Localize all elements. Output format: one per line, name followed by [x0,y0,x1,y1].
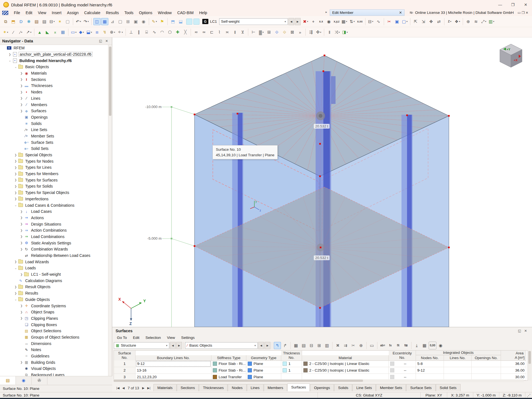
tree-expander-icon[interactable]: ❯ [19,97,24,100]
tree-expander-icon[interactable]: ⌄ [13,298,18,301]
tree-expander-icon[interactable]: ❯ [19,361,24,364]
status-plane[interactable]: Plane: XY [420,392,447,398]
distribute-icon[interactable]: ≃ [200,29,208,36]
pager-first-button[interactable]: |◀ [115,386,121,390]
flag-icon[interactable]: ⚑ [158,18,166,25]
hatch-icon[interactable]: ▓▾ [258,29,265,36]
tree-item-static-analysis-settings[interactable]: ❯⚙Static Analysis Settings [0,240,109,246]
new-object-icon[interactable]: ✶ [56,18,63,25]
new-line-icon[interactable]: ∕ [10,29,17,36]
new-surface-icon[interactable]: ▭▾ [70,29,77,36]
tree-item-lc1-self-weight[interactable]: ❯LC1 - Self-weight [0,271,109,278]
render-mode-icon[interactable]: ◉ [140,18,147,25]
cell-material[interactable]: 2 - C25/30 | Isotropic | Linear Elastic [302,367,389,374]
tree-item-types-for-surfaces[interactable]: ❯Types for Surfaces [0,177,109,183]
new-load-icon[interactable]: ↯ [101,29,108,36]
surfaces-menu-go-to[interactable]: Go To [114,335,130,340]
tree-item-members[interactable]: ❯∕Members [0,101,109,108]
column-header-8[interactable]: Lines No. [444,355,472,361]
navigator-scrollbar[interactable] [108,45,112,382]
cell-thickness-no[interactable]: 1 [281,367,302,374]
table-tab-surface-sets[interactable]: Surface Sets [406,384,435,391]
tree-item-dimensions[interactable]: ↔Dimensions [0,340,109,347]
polygon-icon[interactable]: ⬡ [166,29,173,36]
tree-item-building-grids[interactable]: ❯▦Building Grids [0,359,109,365]
tree-item-result-objects[interactable]: ❯Result Objects [0,284,109,290]
mesh-icon[interactable]: ▦ [59,29,66,36]
tables-icon[interactable]: ▤ [41,18,48,25]
connect-icon[interactable]: ⊢ [250,29,257,36]
column-header-10[interactable]: Area A [m²] [501,351,526,361]
columns-icon[interactable]: ‖ [326,29,333,36]
tree-item-solid-sets[interactable]: ■+Solid Sets [0,145,109,152]
cell-geometry-type[interactable]: Plane [246,367,281,374]
support-surface-icon[interactable]: ⌅ [52,29,59,36]
tree-item-types-for-lines[interactable]: ❯Types for Lines [0,164,109,171]
menu-insert[interactable]: Insert [49,10,64,16]
section-box-icon[interactable]: ▣ [393,18,401,25]
table-row[interactable]: 19-12Floor Slab - Ri...Plane12 - C25/30 … [114,360,528,367]
menu-calculate[interactable]: Calculate [81,10,103,16]
delete-loads-icon[interactable]: ✖▾ [302,18,309,25]
new-node-icon[interactable]: ✶▾ [2,29,9,36]
tree-item-surface-sets[interactable]: ◆+Surface Sets [0,139,109,145]
tree-item-load-cases-combinations[interactable]: ⌄Load Cases & Combinations [0,202,109,208]
split-bottom-icon[interactable]: ⬓ [177,18,184,25]
services-icon[interactable]: ❋ [25,18,32,25]
column-header-4[interactable]: Thickness No. [281,351,302,361]
delete-row-icon[interactable]: ✖ [334,342,341,349]
tab-data-navigator[interactable]: ▤ [0,376,16,385]
sort-icon[interactable]: ⇅▾ [349,18,356,25]
maximize-button[interactable]: ❐ [507,0,519,9]
tree-expander-icon[interactable]: ❯ [19,248,24,251]
cell-stiffness-type[interactable]: Floor Slab - Ri... [211,360,246,367]
load-case-prev-button[interactable]: ◀ [288,18,294,25]
rotate-icon[interactable]: ⇄ [435,18,443,25]
table-grid-icon[interactable]: ⊞ [316,342,323,349]
target-icon[interactable]: ⌖ [310,18,317,25]
surfaces-menu-edit[interactable]: Edit [130,335,142,340]
menu-tools[interactable]: Tools [122,10,136,16]
column-header-2[interactable]: Stiffness Type [211,355,246,361]
column-header-0[interactable]: Surface No. [114,351,135,361]
trim-icon[interactable]: ⊏ [208,29,215,36]
tree-expander-icon[interactable]: ❯ [19,210,24,213]
table-vscrollbar[interactable] [528,351,531,380]
isometry-icon[interactable]: ❖▾ [454,18,461,25]
cell-openings-no[interactable] [472,360,501,367]
menu-assign[interactable]: Assign [64,10,81,16]
pan-icon[interactable]: ✥ [428,18,435,25]
tree-expander-icon[interactable]: ❯ [13,197,18,200]
tree-item-sections[interactable]: ❯ISections [0,76,109,83]
view-manager-icon[interactable]: ▥▾ [488,18,495,25]
table-tab-member-sets[interactable]: Member Sets [376,384,406,391]
favorite-toggle-2-icon[interactable] [193,19,200,25]
guidelines-toggle-icon[interactable]: ≋ [472,18,480,25]
column-header-9[interactable]: Openings No. [472,355,501,361]
section-plane-icon[interactable]: ▢▾ [401,18,408,25]
values-icon[interactable]: x.x [318,18,325,25]
calculate-all-icon[interactable]: ⊟▾ [367,18,374,25]
menu-file[interactable]: File [11,10,23,16]
tree-expander-icon[interactable]: ❯ [19,311,24,314]
coords-icon[interactable]: x,y,z [333,18,340,25]
export-table-icon[interactable]: ⤓ [413,342,420,349]
curve-icon[interactable]: ∿ [151,29,158,36]
pager-prev-button[interactable]: ◀ [121,386,126,390]
column-header-1[interactable]: Boundary Lines No. [135,355,211,361]
formula-icon[interactable]: fx [387,342,394,349]
tree-item-lines[interactable]: ❯∕Lines [0,95,109,102]
perpendicular-icon[interactable]: ⊥ [127,29,135,36]
insert-icon[interactable]: ⊕ [357,342,365,349]
table-view-icon[interactable]: ▦ [292,342,300,349]
add-icon[interactable]: ✚ [174,29,181,36]
table-settings-icon[interactable]: ▦ [421,342,428,349]
decimals-icon[interactable]: x.xx [356,18,364,25]
tree-item-thicknesses[interactable]: ❯▬Thicknesses [0,83,109,89]
tree-expander-icon[interactable]: ❯ [13,260,18,263]
tree-item-anchor-with-plate-vertical-oe-250228-rf6[interactable]: ❯≈anchor_with_plate_vertical-oE-250228.r… [0,51,109,58]
tree-item-line-sets[interactable]: ∕+Line Sets [0,127,109,133]
sync-selection-icon[interactable]: ↰ [274,342,281,349]
full-extent-icon[interactable]: ⤢▾ [480,18,487,25]
3d-viewport[interactable]: XYZyz -10.000 m -5.000 m 20.532 t 20.532… [112,37,532,327]
